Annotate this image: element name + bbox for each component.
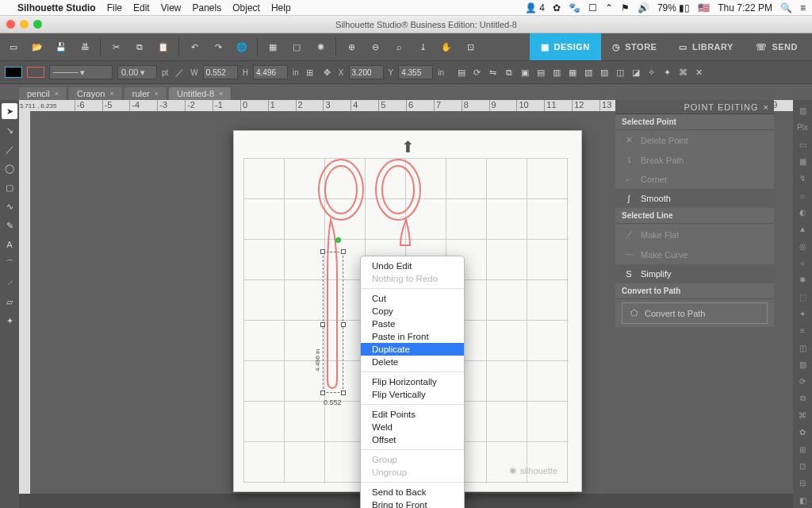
undo-icon[interactable]: ↶	[184, 37, 205, 57]
panel-icon[interactable]: ▧	[795, 357, 810, 372]
ellipse-tool[interactable]: ◯	[2, 160, 17, 176]
zoom-out-icon[interactable]: ⊖	[365, 37, 385, 57]
fit-icon[interactable]: ⊡	[460, 37, 481, 57]
close-icon[interactable]: ×	[55, 90, 59, 98]
height-input[interactable]: 4.496	[253, 65, 288, 79]
panel-icon[interactable]: ⊟	[795, 475, 810, 491]
panel-icon[interactable]: ↯	[795, 171, 810, 186]
smooth-row[interactable]: ∫Smooth	[615, 189, 774, 208]
close-icon[interactable]: ×	[109, 90, 113, 98]
line-tool-icon[interactable]: ／	[173, 66, 186, 79]
text-tool[interactable]: A	[2, 237, 17, 252]
print-icon[interactable]: 🖶	[75, 37, 95, 57]
menu-edit[interactable]: Edit	[133, 2, 150, 13]
pix-icon[interactable]: Pix	[795, 120, 810, 135]
menu-object[interactable]: Object	[232, 2, 260, 13]
star-icon[interactable]: ✦	[661, 66, 674, 79]
panel-icon[interactable]: ✿	[795, 425, 810, 440]
panel-icon[interactable]: ◐	[795, 205, 810, 220]
select-tool[interactable]: ➤	[2, 103, 17, 119]
menu-panels[interactable]: Panels	[193, 2, 222, 13]
mirror-icon[interactable]: ⇋	[487, 66, 500, 79]
doc-tab-active[interactable]: Untitled-8×	[169, 87, 232, 100]
panel-icon[interactable]: ◧	[795, 493, 810, 508]
zoom-select-icon[interactable]: ⌕	[389, 37, 409, 57]
open-icon[interactable]: 📂	[27, 37, 48, 57]
bluetooth-icon[interactable]: ⌃	[605, 2, 613, 13]
fill-swatch[interactable]	[5, 67, 22, 78]
ctx-edit-points[interactable]: Edit Points	[361, 408, 464, 421]
pan-icon[interactable]: ✋	[436, 37, 457, 57]
arc-tool[interactable]: ⌒	[2, 256, 17, 271]
line-style-dropdown[interactable]: ────▾	[49, 65, 113, 79]
resize-handle[interactable]	[320, 322, 325, 327]
maximize-button[interactable]	[33, 20, 42, 29]
make-flat-row[interactable]: ／Make Flat	[615, 224, 774, 245]
panel-icon[interactable]: ✦	[795, 306, 810, 321]
delete-point-row[interactable]: ✕Delete Point	[615, 130, 774, 150]
ctx-weld[interactable]: Weld	[361, 421, 464, 433]
ungroup-icon[interactable]: ◪	[630, 66, 642, 79]
group-icon[interactable]: ◫	[614, 66, 626, 79]
ctx-send-back[interactable]: Send to Back	[361, 486, 464, 498]
deselect-icon[interactable]: ▢	[286, 37, 307, 57]
wand-icon[interactable]: ✧	[645, 66, 658, 79]
minimize-button[interactable]	[20, 20, 29, 29]
wifi-icon[interactable]: ⚑	[621, 2, 630, 13]
panel-icon[interactable]: ⟳	[795, 374, 810, 389]
spotlight-icon[interactable]: 🔍	[780, 2, 792, 13]
panel-icon[interactable]: ▲	[795, 221, 810, 237]
nav-design[interactable]: ▦DESIGN	[530, 33, 601, 60]
width-input[interactable]: 0.552	[203, 65, 238, 79]
page-setup-icon[interactable]: ▥	[795, 103, 810, 118]
flag-icon[interactable]: 🇺🇸	[698, 2, 710, 13]
convert-to-path-button[interactable]: ⬠Convert to Path	[622, 302, 768, 324]
x-input[interactable]: 3.200	[349, 65, 384, 79]
ctx-flip-v[interactable]: Flip Vertically	[361, 388, 464, 401]
browser-icon[interactable]: 🌐	[232, 37, 252, 57]
arrange1-icon[interactable]: ▣	[519, 66, 531, 79]
arrange5-icon[interactable]: ▧	[582, 66, 595, 79]
panel-icon[interactable]: ◎	[795, 239, 810, 254]
menu-view[interactable]: View	[161, 2, 182, 13]
panel-icon[interactable]: ☼	[795, 188, 810, 203]
menu-file[interactable]: File	[107, 2, 122, 13]
edit-points-tool[interactable]: ↘	[2, 122, 17, 138]
arrange6-icon[interactable]: ▨	[598, 66, 611, 79]
copy-icon[interactable]: ⧉	[129, 37, 150, 57]
corner-row[interactable]: ⌐Corner	[615, 170, 774, 189]
doc-tab[interactable]: Crayon×	[69, 87, 123, 100]
new-icon[interactable]: ▭	[3, 37, 24, 57]
ctx-undo[interactable]: Undo Edit	[361, 260, 464, 272]
y-input[interactable]: 4.355	[398, 65, 433, 79]
panel-icon[interactable]: ⊡	[795, 459, 810, 474]
simplify-row[interactable]: SSimplify	[615, 264, 774, 283]
break-path-row[interactable]: ⤹Break Path	[615, 150, 774, 170]
arrange4-icon[interactable]: ▦	[566, 66, 579, 79]
close-icon[interactable]: ×	[155, 90, 159, 98]
delete-icon[interactable]: ✕	[693, 66, 706, 79]
rect-tool[interactable]: ▢	[2, 179, 17, 195]
zoom-in-icon[interactable]: ⊕	[341, 37, 362, 57]
redo-icon[interactable]: ↷	[208, 37, 228, 57]
align-icon[interactable]: ▤	[455, 66, 468, 79]
panel-icon[interactable]: ⬚	[795, 290, 810, 305]
notification-icon[interactable]: ≡	[800, 2, 806, 13]
resize-handle[interactable]	[341, 391, 346, 395]
doc-tab[interactable]: ruler×	[124, 87, 167, 100]
panel-icon[interactable]: ▦	[795, 154, 810, 169]
line-tool[interactable]: ／	[2, 141, 17, 157]
panel-icon[interactable]: ◫	[795, 341, 810, 356]
ctx-offset[interactable]: Offset	[361, 433, 464, 446]
knife-tool[interactable]: ⟋	[2, 275, 17, 291]
resize-handle[interactable]	[341, 249, 346, 254]
curve-tool[interactable]: ∿	[2, 198, 17, 214]
cut-icon[interactable]: ✂	[105, 37, 126, 57]
stroke-swatch[interactable]	[27, 67, 44, 78]
close-icon[interactable]: ×	[219, 90, 223, 98]
nav-library[interactable]: ▭LIBRARY	[668, 33, 744, 60]
nav-send[interactable]: ☏SEND	[745, 33, 809, 60]
close-icon[interactable]: ×	[764, 102, 769, 112]
eyedrop-tool[interactable]: ✦	[2, 313, 17, 329]
move-icon[interactable]: ✥	[321, 66, 334, 79]
